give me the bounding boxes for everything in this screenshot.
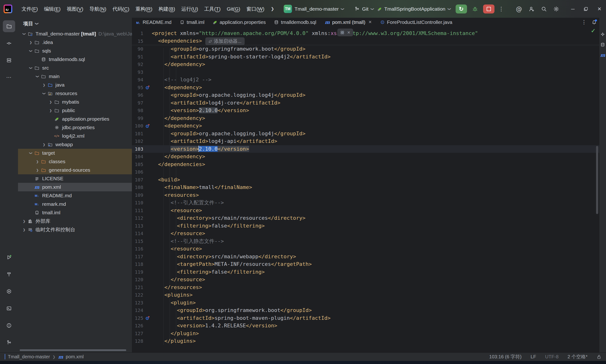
maven-toolwindow-icon[interactable]: m — [600, 50, 605, 60]
widget-grid-icon[interactable] — [340, 30, 344, 35]
code-text[interactable]: <plugins> — [152, 291, 193, 299]
status-widget[interactable]: UTF-8 — [545, 354, 559, 360]
chevron-down-icon[interactable]: ❯ — [36, 74, 39, 79]
code-text[interactable]: </dependencies> — [152, 161, 205, 169]
tree-item-src[interactable]: ❯src — [18, 64, 132, 72]
code-text[interactable]: <version>2.10.0</version> — [152, 107, 249, 115]
menu-item-9[interactable]: 工具(T) — [201, 4, 224, 14]
code-text[interactable]: <resources> — [152, 191, 199, 199]
tree-item-target[interactable]: ❯target — [18, 149, 132, 157]
more-h-toolwindow-icon[interactable]: ⋯ — [3, 71, 15, 83]
code-text[interactable]: <finalName>tmall</finalName> — [152, 183, 252, 191]
tree-item-webapp[interactable]: ❯webapp — [18, 140, 132, 149]
menu-item-11[interactable]: 窗口(W) — [243, 4, 268, 14]
build-toolwindow-icon[interactable] — [3, 268, 15, 280]
code-text[interactable]: <filtering>false</filtering> — [152, 222, 265, 230]
tree-item-tmalldemodb-sql[interactable]: tmalldemodb.sql — [18, 55, 132, 64]
project-widget[interactable]: TM Tmall_demo-master ❯ — [284, 5, 344, 13]
code-text[interactable]: <!--引入静态文件--> — [152, 237, 224, 245]
menu-item-10[interactable]: Git(G) — [223, 4, 243, 14]
run-toolwindow-icon[interactable] — [3, 251, 15, 263]
tree-item--idea[interactable]: ❯.idea — [18, 38, 132, 47]
maven-update-gutter-icon[interactable] — [143, 123, 152, 129]
menu-item-6[interactable]: 重构(R) — [132, 4, 155, 14]
menu-item-3[interactable]: 视图(V) — [64, 4, 86, 14]
close-button[interactable]: ✕ — [593, 0, 606, 18]
code-text[interactable]: <resource> — [152, 207, 202, 215]
code-text[interactable]: <version>1.4.2.RELEASE</version> — [152, 322, 277, 330]
code-text[interactable]: <filtering>false</filtering> — [152, 268, 265, 276]
debug-button[interactable] — [469, 6, 482, 12]
tab-foreproductlistcontroller-java[interactable]: CForeProductListController.java — [376, 18, 456, 26]
menu-overflow-chevron-icon[interactable]: ❯ — [267, 6, 277, 11]
tree-item-pom-xml[interactable]: mpom.xml — [18, 183, 132, 191]
tree-item-java[interactable]: ❯java — [18, 81, 132, 89]
project-toolwindow-icon[interactable] — [3, 20, 15, 32]
search-everywhere-icon[interactable] — [538, 6, 550, 12]
git-branch-widget[interactable]: Git ❯ — [355, 6, 374, 12]
breadcrumb-item[interactable]: Tmall_demo-master — [5, 354, 50, 360]
code-text[interactable]: </dependency> — [152, 153, 205, 161]
vertical-scrollbar[interactable] — [596, 146, 598, 214]
chevron-right-icon[interactable]: ❯ — [28, 41, 34, 44]
tab-tmall-iml[interactable]: tmall.iml — [176, 18, 209, 26]
tab-application-properties[interactable]: application.properties — [209, 18, 270, 26]
tree-item-classes[interactable]: ❯classes — [18, 157, 132, 166]
chevron-down-icon[interactable]: ❯ — [29, 65, 33, 71]
minimize-button[interactable]: ─ — [567, 0, 579, 18]
menu-item-7[interactable]: 构建(B) — [155, 4, 178, 14]
stop-button[interactable] — [483, 4, 495, 13]
breadcrumb-item[interactable]: mpom.xml — [58, 354, 83, 360]
code-text[interactable]: <directory>src/main/webapp</directory> — [152, 253, 296, 261]
chevron-down-icon[interactable]: ❯ — [29, 48, 33, 54]
code-text[interactable]: <dependency> — [152, 122, 202, 130]
structure-toolwindow-icon[interactable] — [3, 54, 15, 66]
add-starters-inlay-hint[interactable]: 添加启动器... — [205, 37, 245, 45]
maven-update-gutter-icon[interactable] — [143, 85, 152, 90]
code-text[interactable]: <groupId>org.apache.logging.log4j</group… — [152, 130, 305, 138]
menu-item-8[interactable]: 运行(U) — [178, 4, 201, 14]
settings-gear-icon[interactable] — [550, 6, 563, 12]
tab-readme-md[interactable]: M↓README.md — [132, 18, 176, 26]
project-panel-header[interactable]: 项目 ❯ — [18, 18, 132, 30]
chevron-right-icon[interactable]: ❯ — [35, 169, 40, 172]
code-editor[interactable]: 1<project xmlns="http://maven.apache.org… — [132, 26, 599, 352]
chevron-right-icon[interactable]: ❯ — [35, 160, 40, 163]
problems-toolwindow-icon[interactable] — [3, 320, 15, 331]
chevron-right-icon[interactable]: ❯ — [41, 83, 47, 87]
code-text[interactable]: <directory>src/main/resources</directory… — [152, 214, 305, 222]
code-text[interactable]: <dependency> — [152, 84, 202, 91]
chevron-down-icon[interactable]: ❯ — [29, 150, 33, 156]
chevron-down-icon[interactable]: ❯ — [42, 91, 46, 96]
add-user-icon[interactable] — [525, 6, 538, 12]
tree-item-license[interactable]: LICENSE — [18, 174, 132, 183]
tree-item-tmall-iml[interactable]: tmall.iml — [18, 208, 132, 217]
chevron-right-icon[interactable]: ❯ — [48, 109, 54, 112]
close-icon[interactable]: ✕ — [347, 30, 350, 35]
code-text[interactable]: </resources> — [152, 284, 202, 291]
code-text[interactable]: <targetPath>META-INF/resources</targetPa… — [152, 260, 312, 268]
tree-item-sqls[interactable]: ❯sqls — [18, 47, 132, 55]
status-widget[interactable]: 103:16 (6 字符) — [489, 354, 522, 360]
tab-pom-xml-tmall-[interactable]: mpom.xml (tmall)✕ — [321, 18, 376, 26]
tree-item-mybatis[interactable]: ❯mybatis — [18, 98, 132, 106]
chevron-right-icon[interactable]: ❯ — [21, 220, 27, 223]
notifications-bell-icon[interactable] — [592, 20, 596, 25]
code-text[interactable]: <artifactId>log4j-api</artifactId> — [152, 137, 277, 145]
code-text[interactable]: <!--引入配置文件--> — [152, 199, 224, 207]
tree-item-main[interactable]: ❯main — [18, 72, 132, 81]
code-text[interactable]: <groupId>org.springframework.boot</group… — [152, 307, 312, 314]
code-text[interactable]: <resource> — [152, 245, 202, 253]
inspections-ok-icon[interactable]: ✓ — [591, 27, 596, 34]
menu-item-4[interactable]: 导航(N) — [86, 4, 110, 14]
terminal-toolwindow-icon[interactable] — [3, 302, 15, 314]
at-icon[interactable]: @ — [513, 5, 525, 13]
code-text[interactable]: </dependency> — [152, 115, 205, 122]
code-text[interactable]: </dependency> — [152, 61, 205, 68]
status-widget[interactable]: LF — [531, 354, 536, 360]
chevron-right-icon[interactable]: ❯ — [41, 143, 47, 146]
services-toolwindow-icon[interactable] — [3, 286, 15, 297]
status-widget[interactable]: 2 个空格* — [568, 354, 588, 360]
vcs-toolwindow-icon[interactable] — [3, 337, 15, 348]
menu-item-5[interactable]: 代码(C) — [110, 4, 132, 14]
